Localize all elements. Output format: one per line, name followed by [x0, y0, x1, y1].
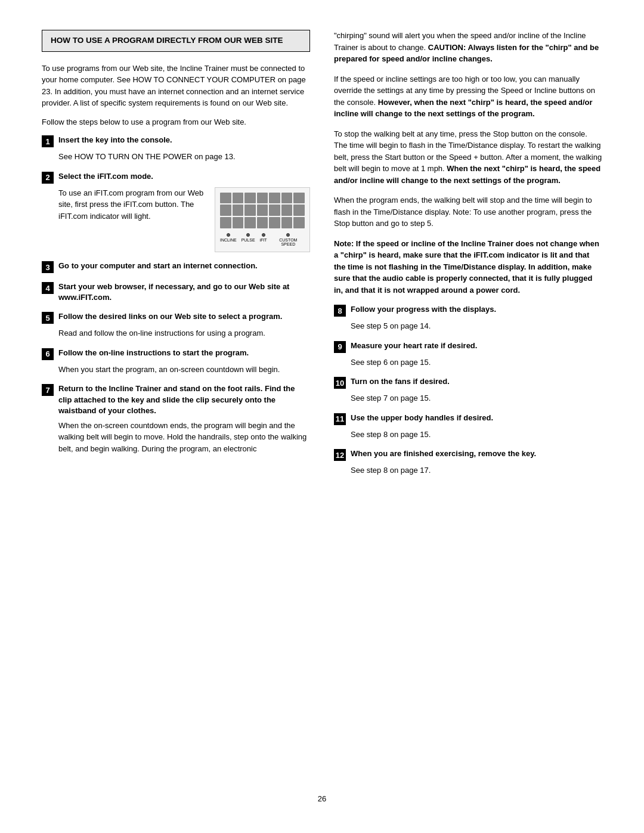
console-btn-3	[244, 193, 256, 204]
console-dot-1	[227, 233, 230, 237]
step-3-number: 3	[42, 261, 54, 273]
step-5-header: 5 Follow the desired links on our Web si…	[42, 311, 310, 324]
right-step-12-title-bold: When you are finished exercising, remove…	[351, 449, 536, 458]
step-4-number: 4	[42, 282, 54, 294]
console-btn-9	[233, 205, 244, 216]
step-7-title: Return to the Incline Trainer and stand …	[58, 383, 310, 416]
right-para-4: When the program ends, the walking belt …	[334, 194, 602, 230]
intro-paragraph-2: Follow the steps below to use a program …	[42, 116, 310, 128]
step-4-header: 4 Start your web browser, if necessary, …	[42, 281, 310, 303]
right-step-12-title: When you are finished exercising, remove…	[351, 448, 536, 459]
console-speed-indicator: CUSTOM SPEED	[272, 233, 305, 247]
right-step-9-number: 9	[334, 341, 346, 353]
right-para-3: To stop the walking belt at any time, pr…	[334, 128, 602, 187]
right-step-11-title: Use the upper body handles if desired.	[351, 413, 493, 423]
right-step-10-title: Turn on the fans if desired.	[351, 376, 450, 387]
console-pulse-label: PULSE	[242, 238, 255, 243]
right-column: "chirping" sound will alert you when the…	[334, 30, 602, 782]
console-incline-label: INCLINE	[220, 238, 237, 243]
console-btn-19	[269, 217, 280, 228]
step-4-title: Start your web browser, if necessary, an…	[58, 281, 310, 303]
step-1-header: 1 Insert the key into the console.	[42, 135, 310, 147]
console-button-grid	[220, 193, 305, 228]
right-step-11-number: 11	[334, 413, 346, 425]
step-4: 4 Start your web browser, if necessary, …	[42, 281, 310, 303]
right-step-11-body: See step 8 on page 15.	[351, 429, 602, 441]
console-btn-2	[233, 193, 244, 204]
right-para-4-text: When the program ends, the walking belt …	[334, 196, 592, 228]
console-btn-13	[281, 205, 293, 216]
page-number: 26	[42, 794, 602, 803]
step-5: 5 Follow the desired links on our Web si…	[42, 311, 310, 339]
right-step-10-header: 10 Turn on the fans if desired.	[334, 376, 602, 389]
page: HOW TO USE A PROGRAM DIRECTLY FROM OUR W…	[0, 0, 644, 833]
step-5-number: 5	[42, 312, 54, 324]
step-2-text: To use an iFIT.com program from our Web …	[58, 187, 208, 252]
step-1-title: Insert the key into the console.	[58, 135, 172, 145]
console-btn-21	[293, 217, 305, 228]
console-incline-indicator: INCLINE	[220, 233, 237, 247]
step-2-number: 2	[42, 172, 54, 184]
right-step-11: 11 Use the upper body handles if desired…	[334, 413, 602, 441]
right-step-10-number: 10	[334, 377, 346, 389]
step-3-title: Go to your computer and start an interne…	[58, 261, 258, 271]
right-step-9-header: 9 Measure your heart rate if desired.	[334, 340, 602, 353]
step-2-content: To use an iFIT.com program from our Web …	[58, 187, 310, 252]
intro-paragraph-1: To use programs from our Web site, the I…	[42, 63, 310, 109]
step-7-body: When the on-screen countdown ends, the p…	[58, 420, 310, 455]
step-6: 6 Follow the on-line instructions to sta…	[42, 348, 310, 376]
console-btn-10	[244, 205, 256, 216]
right-para-1: "chirping" sound will alert you when the…	[334, 30, 602, 65]
right-step-12: 12 When you are finished exercising, rem…	[334, 448, 602, 476]
right-para-2: If the speed or incline settings are too…	[334, 73, 602, 120]
right-step-10: 10 Turn on the fans if desired. See step…	[334, 376, 602, 404]
console-image: INCLINE PULSE iFIT	[215, 187, 310, 252]
right-para-5: Note: If the speed or incline of the Inc…	[334, 238, 602, 296]
console-btn-7	[293, 193, 305, 204]
right-step-8-body: See step 5 on page 14.	[351, 320, 602, 332]
console-speed-label: CUSTOM SPEED	[272, 238, 305, 247]
console-btn-1	[220, 193, 231, 204]
console-btn-17	[244, 217, 256, 228]
console-dot-3	[262, 233, 265, 237]
left-column: HOW TO USE A PROGRAM DIRECTLY FROM OUR W…	[42, 30, 310, 782]
step-5-title: Follow the desired links on our Web site…	[58, 311, 282, 322]
console-btn-15	[220, 217, 231, 228]
step-3-header: 3 Go to your computer and start an inter…	[42, 261, 310, 273]
console-btn-11	[257, 205, 268, 216]
console-dot-4	[286, 233, 290, 237]
header-box: HOW TO USE A PROGRAM DIRECTLY FROM OUR W…	[42, 30, 310, 52]
right-step-11-header: 11 Use the upper body handles if desired…	[334, 413, 602, 425]
console-btn-12	[269, 205, 280, 216]
step-6-header: 6 Follow the on-line instructions to sta…	[42, 348, 310, 360]
console-btn-18	[257, 217, 268, 228]
step-5-body: Read and follow the on-line instructions…	[58, 327, 310, 339]
console-btn-4	[257, 193, 268, 204]
step-7-number: 7	[42, 384, 54, 396]
right-para-5-bold: Note: If the speed or incline of the Inc…	[334, 239, 599, 295]
right-step-8-header: 8 Follow your progress with the displays…	[334, 304, 602, 317]
console-ifit-label: iFIT	[260, 238, 267, 243]
step-6-number: 6	[42, 348, 54, 360]
step-2-title: Select the iFIT.com mode.	[58, 171, 153, 182]
right-step-10-body: See step 7 on page 15.	[351, 392, 602, 404]
console-btn-5	[269, 193, 280, 204]
step-6-title: Follow the on-line instructions to start…	[58, 348, 249, 358]
console-ifit-indicator: iFIT	[260, 233, 267, 247]
right-step-9-title: Measure your heart rate if desired.	[351, 340, 477, 351]
right-step-12-body: See step 8 on page 17.	[351, 465, 602, 476]
console-btn-16	[233, 217, 244, 228]
step-1: 1 Insert the key into the console. See H…	[42, 135, 310, 163]
right-step-9-body: See step 6 on page 15.	[351, 357, 602, 368]
step-3: 3 Go to your computer and start an inter…	[42, 261, 310, 273]
step-2: 2 Select the iFIT.com mode. To use an iF…	[42, 171, 310, 252]
right-step-8-number: 8	[334, 305, 346, 317]
step-2-header: 2 Select the iFIT.com mode.	[42, 171, 310, 184]
console-btn-8	[220, 205, 231, 216]
console-dot-2	[246, 233, 250, 237]
step-1-number: 1	[42, 135, 54, 147]
right-step-12-header: 12 When you are finished exercising, rem…	[334, 448, 602, 461]
right-step-8: 8 Follow your progress with the displays…	[334, 304, 602, 332]
header-title: HOW TO USE A PROGRAM DIRECTLY FROM OUR W…	[51, 35, 301, 47]
right-step-12-number: 12	[334, 449, 346, 461]
